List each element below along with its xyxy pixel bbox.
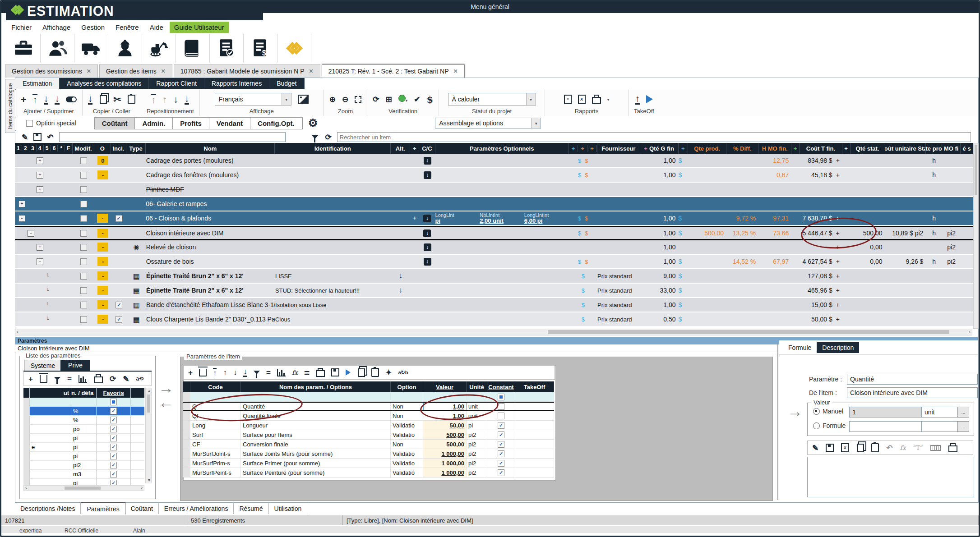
grid-header-sel[interactable]: 123456*F (15, 143, 73, 154)
favoris-checkbox[interactable]: ✓ (110, 435, 117, 441)
move-top-icon[interactable]: ↑ (151, 94, 156, 105)
incl-checkbox[interactable]: ✓ (116, 316, 122, 323)
favoris-checkbox[interactable]: ✓ (110, 462, 117, 468)
image-icon[interactable] (298, 95, 309, 104)
formule-value-input[interactable] (849, 421, 923, 432)
bottom-tab-erreurs-am-liorations[interactable]: Erreurs / Améliorations (159, 503, 234, 514)
option-special-checkbox[interactable] (26, 120, 33, 127)
grid-header-o[interactable]: O (94, 143, 111, 154)
cost-center-icon[interactable]: ↓ (424, 243, 431, 251)
grid-header-coutunit[interactable]: Coût unitaire Stat. (885, 143, 926, 154)
clean-icon[interactable]: ✦ (385, 369, 392, 376)
grid-row[interactable]: └-✓▦Bande d'étanchéité Ethafoam Lisse Bl… (15, 298, 973, 312)
grid-header-qteprod[interactable]: Qte prod. (688, 143, 726, 154)
param-value[interactable]: 500,00 (446, 441, 464, 448)
insert-above-icon[interactable]: ↑ (32, 94, 37, 105)
document-tab[interactable]: 210825 T: Rév. 1 - Scé. 2 : Test Gabarit… (322, 64, 465, 78)
grid-header-hmo[interactable]: H MO fin. (758, 143, 791, 154)
menu-item-affichage[interactable]: Affichage (38, 22, 75, 32)
move-right-arrow-icon[interactable]: → (158, 380, 174, 395)
tree-expand-icon[interactable]: + (37, 157, 43, 164)
takeoff-icon[interactable] (346, 369, 351, 376)
item-edit-input[interactable] (59, 132, 286, 142)
formule-more-button[interactable]: ... (957, 421, 969, 432)
grid-row[interactable]: +-Cadrage des fenêtres (moulures)↓$$1,00… (15, 168, 973, 183)
formule-unit-input[interactable] (921, 421, 959, 432)
modif-checkbox[interactable] (80, 287, 87, 294)
toggle-icon[interactable] (66, 96, 77, 102)
param-value[interactable]: 1,00 (453, 413, 464, 419)
worker-icon[interactable] (108, 34, 142, 63)
param-row[interactable] (183, 392, 554, 402)
delete-icon[interactable] (199, 369, 207, 376)
chart-icon[interactable] (79, 375, 87, 383)
mode-button-admin[interactable]: Admin. (135, 118, 173, 129)
catalog-book-icon[interactable] (176, 34, 210, 63)
excel-icon[interactable]: X (841, 443, 849, 452)
unit-more-button[interactable]: ... (957, 407, 969, 418)
favoris-checkbox[interactable]: ✓ (110, 453, 117, 459)
view-tab-rapports-internes[interactable]: Rapports Internes (204, 78, 269, 89)
copy-icon[interactable] (857, 444, 864, 452)
grid-header-p3[interactable]: + (842, 143, 851, 154)
move-bottom-icon[interactable]: ↓ (185, 94, 190, 105)
menu-item-fichier[interactable]: Fichier (7, 22, 36, 32)
thick-equals-icon[interactable]: = (304, 368, 310, 377)
menu-item-fenêtre[interactable]: Fenêtre (111, 22, 143, 32)
param-row[interactable]: MurSurfPeint-sSurface Peinture (pour som… (183, 468, 554, 477)
excel-export-icon[interactable]: X (578, 95, 586, 104)
briefcase-icon[interactable] (7, 34, 41, 63)
optional-parameter[interactable]: LongLintpi (435, 212, 480, 224)
list-item[interactable] (23, 398, 144, 407)
cost-center-icon[interactable]: ↓ (424, 258, 431, 266)
menu-item-aide[interactable]: Aide (145, 22, 168, 32)
document-dollar-icon[interactable]: $ (244, 34, 277, 63)
zoom-in-icon[interactable]: ⊕ (329, 96, 336, 103)
cost-center-icon[interactable]: ↓ (423, 215, 431, 222)
tree-expand-icon[interactable]: + (37, 244, 43, 251)
view-tab-estimation[interactable]: Estimation (15, 78, 60, 89)
tree-expand-icon[interactable]: + (18, 201, 25, 207)
manual-unit-input[interactable]: unit (921, 407, 959, 418)
list-horizontal-scrollbar[interactable]: ‹› (23, 485, 144, 491)
param-value[interactable]: 50,00 (449, 422, 464, 429)
search-input[interactable]: Rechercher un item (337, 132, 971, 142)
move-down-icon[interactable]: ↓ (173, 95, 178, 104)
formula-icon[interactable]: fx (900, 444, 906, 451)
printer-icon[interactable] (316, 370, 325, 377)
grid-row[interactable]: +Plinthes MDF (15, 183, 973, 197)
alternative-arrow-icon[interactable]: ↓ (399, 286, 403, 295)
add-icon[interactable]: + (28, 375, 33, 383)
grid-header-tepro[interactable]: te pro (926, 143, 942, 154)
item-field-value[interactable]: Cloison intérieure avec DIM (847, 387, 978, 398)
save-icon[interactable] (826, 444, 834, 452)
cost-center-icon[interactable]: ↓ (424, 171, 431, 179)
incl-checkbox[interactable]: ✓ (116, 302, 122, 308)
view-tab-budget[interactable]: Budget (269, 78, 304, 89)
constant-checkbox[interactable]: ✓ (498, 431, 504, 438)
report-document-icon[interactable]: ≡ (564, 95, 572, 104)
bottom-tab-co-tant[interactable]: Coûtant (125, 503, 159, 514)
takeoff-logo-icon[interactable] (646, 95, 653, 103)
description-textarea[interactable] (807, 457, 974, 497)
undo-icon[interactable]: ↶ (47, 133, 53, 141)
option-badge[interactable]: - (97, 243, 108, 252)
paste-icon[interactable] (871, 443, 879, 452)
view-tab-analyses-des-compilations[interactable]: Analyses des compilations (60, 78, 149, 89)
param-value[interactable]: 500,00 (446, 431, 464, 438)
param-value[interactable]: 1 000,00 (441, 450, 464, 457)
move-bottom-icon[interactable]: ↓ (243, 368, 247, 377)
grid-header-qtestat[interactable]: Qté stat. (851, 143, 885, 154)
cost-center-icon[interactable]: ↓ (423, 229, 431, 237)
favoris-checkbox[interactable]: ✓ (110, 426, 117, 432)
param-row[interactable]: MurSurfPrim-sSurface Primer (pour somme)… (183, 459, 554, 468)
check-icon[interactable]: ✔ (414, 96, 420, 103)
modif-checkbox[interactable] (80, 186, 87, 193)
calc-grid-icon[interactable]: ⊞ (385, 96, 392, 103)
refresh-icon[interactable]: ⟳ (110, 375, 116, 383)
equals-icon[interactable]: = (266, 369, 271, 376)
grid-header-mofi[interactable]: MO fi (942, 143, 961, 154)
zoom-out-icon[interactable]: ⊖ (342, 96, 348, 103)
grid-header-diff[interactable]: % Diff. (726, 143, 758, 154)
tree-expand-icon[interactable]: - (18, 215, 25, 222)
